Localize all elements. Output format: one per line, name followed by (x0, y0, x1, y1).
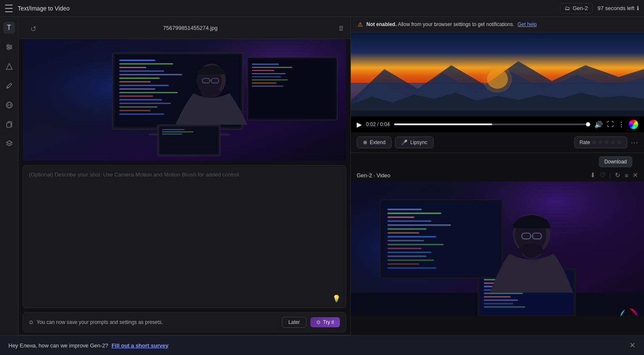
download-icon[interactable]: ⬇ (590, 171, 596, 179)
star-3[interactable]: ☆ (604, 139, 609, 145)
svg-rect-37 (252, 70, 274, 71)
svg-rect-17 (119, 60, 155, 61)
extend-button[interactable]: ⊕ Extend (357, 137, 392, 148)
video-player: ▶ 0:02 / 0:04 🔊 ⛶ ⋮ (351, 32, 644, 132)
svg-rect-31 (119, 110, 151, 111)
video-ctrl-right: 🔊 ⛶ ⋮ (594, 120, 638, 129)
svg-rect-27 (119, 95, 153, 97)
sidebar-item-copy[interactable] (3, 118, 15, 130)
svg-rect-58 (351, 110, 644, 116)
get-help-link[interactable]: Get help (517, 21, 536, 27)
svg-rect-88 (387, 236, 436, 237)
rate-button[interactable]: Rate ☆ ☆ ☆ ☆ ☆ (574, 137, 627, 148)
svg-rect-83 (387, 216, 414, 218)
svg-rect-30 (119, 106, 158, 108)
preset-banner: ⊙ You can now save your prompts and sett… (23, 312, 346, 332)
heart-icon[interactable]: ♡ (600, 171, 605, 179)
star-2[interactable]: ☆ (598, 139, 603, 145)
svg-rect-42 (252, 86, 284, 87)
gen2-badge[interactable]: 🗂 Gen-2 (560, 3, 592, 13)
svg-rect-22 (119, 78, 160, 79)
sidebar-item-text[interactable]: T (3, 22, 15, 34)
survey-close-button[interactable]: ✕ (629, 341, 636, 350)
star-5[interactable]: ☆ (617, 139, 622, 145)
svg-rect-85 (387, 224, 451, 226)
svg-rect-25 (119, 88, 155, 89)
svg-marker-11 (6, 141, 12, 144)
svg-rect-81 (387, 209, 421, 210)
svg-rect-73 (484, 293, 523, 294)
progress-fill (394, 124, 492, 125)
star-4[interactable]: ☆ (611, 139, 615, 145)
svg-point-5 (8, 48, 9, 50)
image-filename: 756799851455274.jpg (163, 25, 217, 31)
svg-rect-86 (387, 228, 427, 229)
tryit-button[interactable]: ⊙ Try it (310, 317, 340, 327)
svg-rect-94 (387, 260, 434, 261)
info-icon: ℹ (637, 5, 639, 11)
progress-bar[interactable] (394, 124, 590, 125)
fullscreen-icon[interactable]: ⛶ (607, 121, 614, 128)
sidebar-item-globe[interactable] (3, 99, 15, 111)
menu-icon[interactable] (5, 5, 13, 12)
play-button[interactable]: ▶ (357, 121, 362, 129)
survey-banner: Hey Елена, how can we improve Gen-2? Fil… (0, 335, 644, 355)
svg-rect-23 (119, 81, 151, 82)
sidebar-item-adjustments[interactable] (3, 41, 15, 53)
main-layout: T (0, 17, 644, 355)
undo-button[interactable]: ↺ (29, 23, 38, 35)
more-button[interactable]: ⋯ (631, 138, 638, 147)
svg-rect-95 (387, 263, 419, 265)
svg-rect-34 (249, 59, 335, 118)
sidebar-item-layers[interactable] (3, 138, 15, 150)
svg-rect-84 (387, 221, 432, 222)
refresh-icon[interactable]: ↻ (615, 171, 620, 179)
svg-rect-38 (252, 73, 286, 74)
svg-rect-91 (387, 248, 421, 249)
svg-rect-36 (252, 67, 292, 68)
gen2-video-card: Gen-2 · Video ⬇ ♡ | ↻ ≡ ✕ (351, 167, 644, 316)
svg-rect-26 (119, 92, 178, 93)
star-1[interactable]: ☆ (592, 139, 596, 145)
gen2-scene-svg (351, 181, 644, 316)
svg-rect-28 (119, 99, 162, 100)
menu-icon[interactable]: ≡ (625, 172, 628, 179)
svg-rect-45 (159, 126, 219, 154)
gen2-video-thumbnail (351, 181, 644, 316)
sidebar-item-brush[interactable] (3, 80, 15, 92)
svg-rect-46 (162, 129, 184, 130)
uploaded-image (23, 39, 346, 161)
hint-icon[interactable]: 💡 (332, 295, 341, 302)
svg-rect-18 (119, 63, 173, 64)
timer-display: 97 seconds left ℹ (598, 5, 639, 11)
svg-rect-77 (484, 306, 525, 308)
more-options-icon[interactable]: ⋮ (618, 121, 625, 129)
svg-rect-29 (119, 103, 171, 104)
prompt-input[interactable] (23, 166, 346, 291)
delete-icon[interactable]: 🗑 (338, 24, 345, 32)
video-thumbnail (351, 32, 644, 116)
svg-rect-76 (484, 303, 513, 304)
color-swatch (629, 120, 638, 129)
folder-icon: 🗂 (564, 5, 570, 11)
svg-rect-41 (252, 82, 277, 84)
image-scene-svg (23, 39, 346, 161)
gen2-video-actions: ⬇ ♡ | ↻ ≡ ✕ (590, 171, 638, 179)
later-button[interactable]: Later (282, 317, 306, 328)
action-right: Rate ☆ ☆ ☆ ☆ ☆ ⋯ (574, 137, 638, 148)
svg-rect-92 (387, 252, 432, 253)
close-icon[interactable]: ✕ (633, 171, 638, 179)
image-placeholder (23, 39, 346, 161)
svg-rect-89 (387, 240, 424, 241)
svg-rect-82 (387, 213, 441, 214)
notification-bar: ⚠ Not enabled. Allow from your browser s… (351, 17, 644, 32)
survey-link[interactable]: Fill out a short survey (111, 342, 168, 349)
progress-dot (586, 122, 590, 126)
right-panel: ⚠ Not enabled. Allow from your browser s… (351, 17, 644, 355)
svg-rect-32 (119, 113, 164, 115)
mountain-layer (351, 53, 644, 116)
volume-icon[interactable]: 🔊 (594, 121, 603, 129)
lipsync-button[interactable]: 🎤 Lipsync (395, 137, 434, 148)
tryit-icon: ⊙ (316, 319, 321, 325)
sidebar-item-shapes[interactable] (3, 60, 15, 72)
